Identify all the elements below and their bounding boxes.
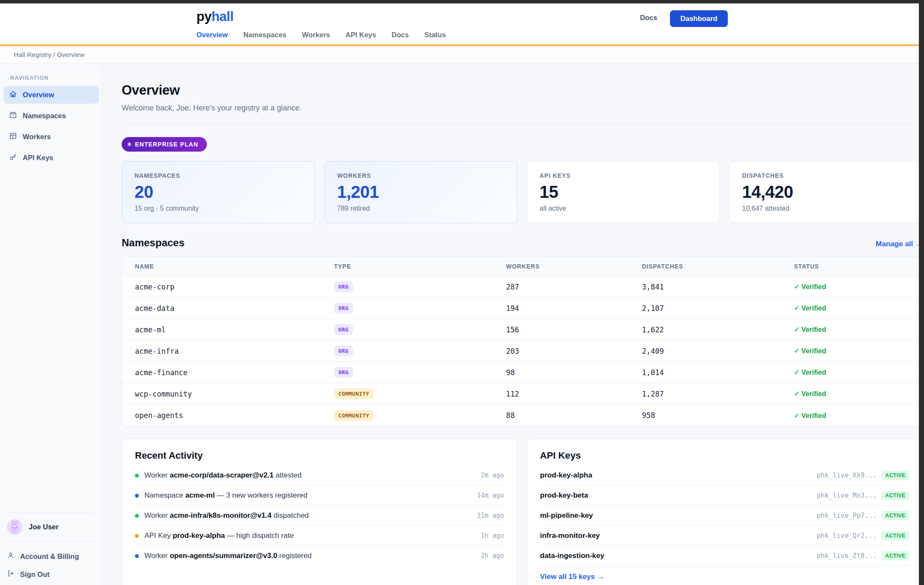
table-body: acme-corpORG2873,841✓Verifiedacme-dataOR… bbox=[122, 276, 922, 426]
logo[interactable]: pyhall bbox=[197, 9, 446, 24]
active-status-badge: ACTIVE bbox=[882, 531, 909, 540]
workers-cell: 88 bbox=[506, 411, 642, 420]
stat-card-api-keys: API KEYS15all active bbox=[527, 161, 720, 223]
sidebar-item-workers[interactable]: Workers bbox=[3, 128, 99, 146]
type-cell: ORG bbox=[334, 281, 506, 292]
check-icon: ✓ bbox=[794, 347, 799, 355]
table-row[interactable]: acme-dataORG1942,107✓Verified bbox=[122, 298, 922, 319]
table-row[interactable]: acme-mlORG1561,622✓Verified bbox=[122, 319, 922, 340]
stat-cards: NAMESPACES2015 org · 5 communityWORKERS1… bbox=[122, 161, 922, 223]
type-badge: ORG bbox=[334, 346, 353, 356]
check-icon: ✓ bbox=[794, 283, 799, 290]
table-row[interactable]: open-agentsCOMMUNITY88958✓Verified bbox=[122, 405, 922, 426]
workers-cell: 194 bbox=[506, 304, 642, 313]
logo-prefix: py bbox=[197, 9, 212, 24]
activity-timestamp: 1h ago bbox=[481, 532, 504, 540]
table-row[interactable]: wcp-communityCOMMUNITY1121,287✓Verified bbox=[122, 383, 922, 405]
top-nav-overview[interactable]: Overview bbox=[197, 31, 228, 39]
status-cell: ✓Verified bbox=[794, 283, 922, 291]
activity-text: Worker open-agents/summarizer@v3.0 regis… bbox=[144, 552, 475, 560]
activity-item: Namespace acme-ml — 3 new workers regist… bbox=[135, 486, 504, 506]
api-key-preview: phk_live_Mn3... bbox=[816, 492, 876, 499]
dispatches-cell: 1,622 bbox=[642, 325, 794, 334]
column-header-workers: WORKERS bbox=[506, 263, 642, 270]
home-icon bbox=[9, 90, 17, 100]
activity-dot-icon bbox=[135, 554, 139, 558]
api-key-name: data-ingestion-key bbox=[540, 552, 604, 560]
namespace-name: acme-infra bbox=[135, 347, 179, 355]
sidebar-footer: Joe User Account & BillingSign Out bbox=[0, 507, 102, 583]
type-badge: ORG bbox=[334, 367, 353, 378]
manage-all-link[interactable]: Manage all → bbox=[876, 240, 922, 248]
dispatches-cell: 1,287 bbox=[642, 390, 794, 398]
plan-badge-label: ENTERPRISE PLAN bbox=[135, 141, 198, 148]
user-icon bbox=[7, 552, 15, 561]
workers-cell: 112 bbox=[506, 390, 642, 398]
top-nav-api-keys[interactable]: API Keys bbox=[346, 31, 377, 39]
breadcrumb[interactable]: Hall Registry / Overview bbox=[14, 51, 84, 59]
api-key-name: infra-monitor-key bbox=[540, 531, 600, 540]
type-badge: ORG bbox=[334, 281, 353, 292]
view-all-keys-link[interactable]: View all 15 keys → bbox=[540, 573, 604, 581]
active-status-badge: ACTIVE bbox=[882, 471, 909, 480]
active-status-badge: ACTIVE bbox=[882, 551, 909, 561]
top-nav-namespaces[interactable]: Namespaces bbox=[243, 31, 287, 39]
status-badge: ✓Verified bbox=[794, 304, 826, 312]
sidebar-footer-items: Account & BillingSign Out bbox=[0, 547, 102, 583]
divider bbox=[122, 124, 922, 124]
table-row[interactable]: acme-corpORG2873,841✓Verified bbox=[122, 276, 922, 298]
status-cell: ✓Verified bbox=[794, 347, 922, 355]
api-key-name: prod-key-alpha bbox=[540, 471, 592, 480]
sidebar-item-namespaces[interactable]: Namespaces bbox=[3, 107, 99, 125]
box-icon bbox=[9, 111, 17, 121]
plan-dot-icon bbox=[128, 143, 131, 146]
dispatches-cell: 958 bbox=[642, 411, 794, 420]
top-nav-docs[interactable]: Docs bbox=[392, 31, 409, 39]
top-nav-workers[interactable]: Workers bbox=[302, 31, 330, 39]
api-key-preview: phk_live_Xk9... bbox=[816, 472, 876, 479]
dispatches-cell: 2,107 bbox=[642, 304, 794, 313]
sidebar-item-label: Workers bbox=[23, 133, 51, 141]
api-key-right: phk_live_Zt8...ACTIVE bbox=[816, 551, 909, 561]
namespace-name: wcp-community bbox=[135, 390, 192, 398]
namespaces-table: NAMETYPEWORKERSDISPATCHESSTATUS acme-cor… bbox=[122, 256, 922, 427]
stat-value: 15 bbox=[540, 182, 707, 202]
sidebar-item-overview[interactable]: Overview bbox=[3, 86, 99, 104]
status-badge: ✓Verified bbox=[794, 326, 826, 333]
namespaces-section-title: Namespaces bbox=[122, 237, 185, 249]
api-key-row[interactable]: ml-pipeline-keyphk_live_Pp7...ACTIVE bbox=[540, 506, 909, 526]
api-key-row[interactable]: data-ingestion-keyphk_live_Zt8...ACTIVE bbox=[540, 546, 909, 566]
check-icon: ✓ bbox=[794, 304, 799, 312]
column-header-type: TYPE bbox=[334, 263, 506, 270]
api-key-row[interactable]: infra-monitor-keyphk_live_Qr2...ACTIVE bbox=[540, 526, 909, 546]
sidebar-footer-account-billing[interactable]: Account & Billing bbox=[0, 547, 102, 565]
scrollbar-track[interactable] bbox=[919, 0, 924, 585]
api-key-row[interactable]: prod-key-alphaphk_live_Xk9...ACTIVE bbox=[540, 466, 909, 486]
table-row[interactable]: acme-financeORG981,014✓Verified bbox=[122, 362, 922, 383]
dashboard-button[interactable]: Dashboard bbox=[670, 10, 727, 27]
namespace-name-cell: acme-finance bbox=[122, 368, 334, 377]
type-cell: ORG bbox=[334, 346, 506, 356]
activity-timestamp: 2m ago bbox=[481, 472, 504, 479]
user-row[interactable]: Joe User bbox=[0, 518, 102, 536]
docs-link[interactable]: Docs bbox=[640, 14, 657, 22]
activity-item: Worker open-agents/summarizer@v3.0 regis… bbox=[135, 546, 504, 566]
top-nav-status[interactable]: Status bbox=[424, 31, 446, 39]
sidebar-footer-sign-out[interactable]: Sign Out bbox=[0, 565, 102, 583]
status-badge: ✓Verified bbox=[794, 412, 826, 419]
workers-cell: 98 bbox=[506, 368, 642, 377]
key-icon bbox=[9, 153, 17, 163]
table-row[interactable]: acme-infraORG2032,409✓Verified bbox=[122, 340, 922, 362]
sidebar-footer-label: Sign Out bbox=[20, 570, 50, 579]
recent-activity-title: Recent Activity bbox=[135, 450, 504, 461]
namespace-name-cell: acme-corp bbox=[122, 283, 334, 291]
activity-subject: prod-key-alpha bbox=[173, 531, 225, 540]
sidebar-item-api-keys[interactable]: API Keys bbox=[3, 149, 99, 167]
namespace-name: acme-ml bbox=[135, 325, 166, 334]
api-key-row[interactable]: prod-key-betaphk_live_Mn3...ACTIVE bbox=[540, 486, 909, 506]
activity-dot-icon bbox=[135, 474, 139, 478]
sidebar-item-label: Overview bbox=[23, 91, 54, 99]
namespace-name: acme-data bbox=[135, 304, 174, 313]
type-badge: ORG bbox=[334, 324, 353, 335]
api-keys-title: API Keys bbox=[540, 450, 909, 461]
